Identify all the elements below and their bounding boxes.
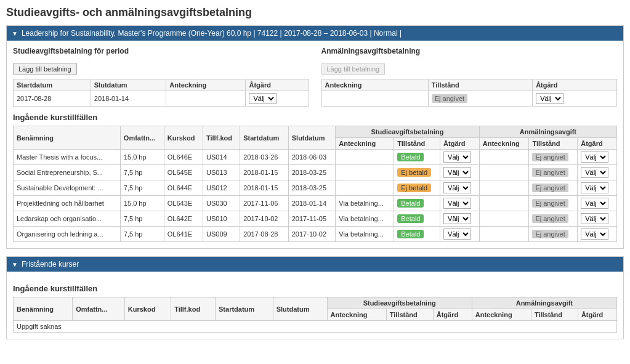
col-kurskod: Kurskod: [164, 126, 203, 150]
col-startdatum: Startdatum: [14, 79, 91, 91]
col-anm-atgard: Åtgärd: [533, 79, 617, 91]
anm-status-badge: Ej angivet: [532, 168, 568, 177]
row-tillfkod: US009: [203, 227, 240, 242]
studie-row-startdatum: 2017-08-28: [14, 91, 91, 107]
row-anteckning-anm: [479, 227, 529, 242]
fristande-sub-col-ant-a: Anteckning: [472, 309, 531, 321]
studie-row-atgard-select[interactable]: Välj: [443, 213, 471, 224]
row-tillstand-anm: Ej angivet: [529, 165, 578, 180]
studie-row-atgard-select[interactable]: Välj: [443, 167, 471, 178]
table-row: Master Thesis with a focus... 15,0 hp OL…: [14, 150, 617, 165]
fristande-collapse-arrow-icon[interactable]: ▼: [12, 261, 18, 268]
row-tillstand-anm: Ej angivet: [529, 211, 578, 227]
row-slutdatum: 2018-01-14: [288, 196, 336, 211]
row-atgard-studie: Välj: [440, 227, 480, 242]
col-anteckning: Anteckning: [166, 79, 246, 91]
sub-col-anteckning-s: Anteckning: [336, 138, 394, 150]
fristande-section-header: ▼ Fristående kurser: [7, 257, 623, 272]
studie-row-atgard-select[interactable]: Välj: [443, 152, 471, 163]
courses-group-header-row: Benämning Omfattn... Kurskod Tillf.kod S…: [14, 126, 617, 138]
anm-status-badge: Ej angivet: [532, 214, 568, 223]
row-benamning: Projektledning och hållbarhet: [14, 196, 121, 211]
row-benamning: Organisering och ledning a...: [14, 227, 121, 242]
fristande-anm-group-header: Anmälningsavgift: [472, 297, 616, 309]
row-tillstand-studie: Betald: [394, 227, 440, 242]
payment-columns: Studieavgiftsbetalning för period Lägg t…: [13, 47, 617, 107]
table-row: Sustainable Development: ... 7,5 hp OL64…: [14, 180, 617, 196]
col-slutdatum2: Slutdatum: [288, 126, 336, 150]
anm-atgard-select[interactable]: Välj: [536, 93, 563, 104]
anm-row-atgard-select[interactable]: Välj: [581, 213, 608, 224]
row-anteckning-studie: Via betalning...: [336, 227, 394, 242]
row-tillfkod: US030: [203, 196, 240, 211]
studie-row-anteckning: [166, 91, 246, 107]
row-startdatum: 2018-03-26: [240, 150, 289, 165]
row-anteckning-anm: [479, 180, 529, 196]
fristande-col-slutdatum: Slutdatum: [273, 297, 327, 321]
row-tillstand-anm: Ej angivet: [529, 150, 578, 165]
row-slutdatum: 2017-11-05: [288, 211, 336, 227]
row-omfattning: 15,0 hp: [120, 196, 164, 211]
row-benamning: Sustainable Development: ...: [14, 180, 121, 196]
fristande-col-tillfkod: Tillf.kod: [171, 297, 216, 321]
anm-add-payment-button: Lägg till betalning: [321, 63, 386, 75]
row-atgard-anm: Välj: [578, 150, 617, 165]
row-kurskod: OL644E: [164, 180, 203, 196]
row-omfattning: 7,5 hp: [120, 165, 164, 180]
col-anm-anteckning: Anteckning: [321, 79, 428, 91]
studie-row-atgard-select[interactable]: Välj: [443, 182, 471, 193]
anm-row-atgard-select[interactable]: Välj: [581, 182, 608, 193]
anm-row-atgard-select[interactable]: Välj: [581, 198, 608, 209]
sub-col-anteckning-a: Anteckning: [479, 138, 529, 150]
fristande-sub-col-till-s: Tillstånd: [386, 309, 433, 321]
anm-row-atgard-select[interactable]: Välj: [581, 229, 608, 240]
studie-row-atgard-select[interactable]: Välj: [443, 229, 471, 240]
row-atgard-studie: Välj: [440, 150, 480, 165]
anm-status-badge: Ej angivet: [532, 153, 568, 161]
anm-tillstand-badge: Ej angivet: [432, 94, 467, 103]
fristande-col-kurskod: Kurskod: [124, 297, 171, 321]
anm-payment-title: Anmälningsavgiftsbetalning: [321, 47, 618, 55]
fristande-col-benamning: Benämning: [14, 297, 73, 321]
table-row: Social Entrepreneurship, S... 7,5 hp OL6…: [14, 165, 617, 180]
row-kurskod: OL641E: [164, 227, 203, 242]
row-tillstand-studie: Ej betald: [394, 165, 440, 180]
row-slutdatum: 2018-03-25: [288, 180, 336, 196]
row-anteckning-studie: [336, 150, 394, 165]
row-atgard-anm: Välj: [578, 165, 617, 180]
row-benamning: Social Entrepreneurship, S...: [14, 165, 121, 180]
courses-table: Benämning Omfattn... Kurskod Tillf.kod S…: [13, 126, 617, 242]
table-row: Organisering och ledning a... 7,5 hp OL6…: [14, 227, 617, 242]
fristande-header-text: Fristående kurser: [22, 260, 79, 269]
anm-status-badge: Ej angivet: [532, 184, 568, 192]
anm-payment-table: Anteckning Tillstånd Åtgärd Ej angivet: [321, 79, 618, 107]
row-tillfkod: US014: [203, 150, 240, 165]
anm-row-atgard: Välj: [533, 91, 617, 107]
fristande-sub-col-till-a: Tillstånd: [531, 309, 578, 321]
row-startdatum: 2018-01-15: [240, 180, 289, 196]
studie-group-header: Studieavgiftsbetalning: [336, 126, 480, 138]
fristande-empty-row: Uppgift saknas: [14, 321, 617, 333]
row-atgard-studie: Välj: [440, 211, 480, 227]
anm-payment-col: Anmälningsavgiftsbetalning Lägg till bet…: [321, 47, 618, 107]
collapse-arrow-icon[interactable]: ▼: [12, 30, 18, 37]
row-omfattning: 7,5 hp: [120, 211, 164, 227]
fristande-sub-col-atg-a: Åtgärd: [578, 309, 616, 321]
studie-status-badge: Ej betald: [397, 168, 431, 177]
studie-status-badge: Betald: [397, 230, 424, 238]
studie-payment-row: 2017-08-28 2018-01-14 Välj: [14, 91, 309, 107]
anm-row-atgard-select[interactable]: Välj: [581, 152, 608, 163]
row-anteckning-studie: Via betalning...: [336, 211, 394, 227]
sub-col-atgard-a: Åtgärd: [578, 138, 617, 150]
row-atgard-anm: Välj: [578, 180, 617, 196]
studie-atgard-select[interactable]: Välj: [249, 93, 277, 104]
studie-status-badge: Betald: [397, 199, 424, 208]
col-anm-tillstand: Tillstånd: [428, 79, 532, 91]
table-row: Ledarskap och organisatio... 7,5 hp OL64…: [14, 211, 617, 227]
row-anteckning-studie: [336, 165, 394, 180]
anm-row-atgard-select[interactable]: Välj: [581, 167, 608, 178]
studie-row-atgard-select[interactable]: Välj: [443, 198, 471, 209]
studie-payment-table: Startdatum Slutdatum Anteckning Åtgärd 2…: [13, 79, 309, 107]
studie-add-payment-button[interactable]: Lägg till betalning: [13, 63, 77, 75]
leadership-header-text: Leadership for Sustainability, Master's …: [22, 29, 402, 38]
